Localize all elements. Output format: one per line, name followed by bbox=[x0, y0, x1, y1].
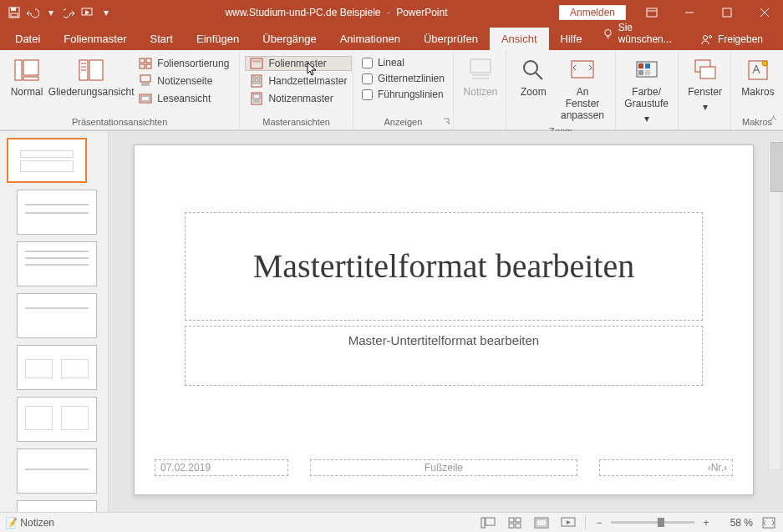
notes-page-button[interactable]: Notizenseite bbox=[134, 73, 234, 89]
slide-number-placeholder[interactable]: ‹Nr.› bbox=[599, 459, 733, 476]
window-button[interactable]: Fenster▾ bbox=[684, 53, 727, 117]
svg-rect-26 bbox=[253, 81, 256, 84]
zoom-out-button[interactable]: − bbox=[592, 517, 606, 529]
sorter-view-status-button[interactable] bbox=[505, 514, 525, 531]
reading-view-button[interactable]: Leseansicht bbox=[134, 91, 234, 106]
svg-rect-44 bbox=[509, 518, 514, 522]
collapse-ribbon-icon[interactable]: ㅅ bbox=[769, 112, 778, 124]
master-thumbnail[interactable] bbox=[7, 138, 87, 183]
tab-uebergaenge[interactable]: Übergänge bbox=[251, 28, 328, 50]
svg-rect-47 bbox=[516, 524, 521, 528]
layout-thumbnail[interactable] bbox=[17, 241, 97, 286]
tab-ansicht[interactable]: Ansicht bbox=[490, 28, 549, 50]
ruler-checkbox[interactable]: Lineal bbox=[358, 56, 448, 69]
tab-einfuegen[interactable]: Einfügen bbox=[185, 28, 251, 50]
layout-thumbnail[interactable] bbox=[17, 345, 97, 390]
save-icon[interactable] bbox=[7, 5, 22, 20]
guides-checkbox[interactable]: Führungslinien bbox=[358, 88, 448, 101]
slide-canvas[interactable]: Mastertitelformat bearbeiten Master-Unte… bbox=[134, 144, 754, 495]
fit-to-window-status-button[interactable] bbox=[760, 514, 778, 531]
share-button[interactable]: Freigeben bbox=[693, 28, 771, 50]
tab-ueberpruefen[interactable]: Überprüfen bbox=[412, 28, 490, 50]
reading-view-status-button[interactable] bbox=[531, 514, 552, 531]
ribbon-tabs: Datei Folienmaster Start Einfügen Übergä… bbox=[0, 25, 783, 50]
color-grayscale-icon bbox=[633, 57, 660, 84]
fit-to-window-button[interactable]: An Fenster anpassen bbox=[555, 53, 609, 124]
svg-rect-42 bbox=[481, 518, 485, 528]
dialog-launcher-icon[interactable] bbox=[442, 117, 450, 125]
notes-toggle[interactable]: 📝 Notizen bbox=[5, 517, 54, 529]
layout-thumbnail[interactable] bbox=[17, 448, 97, 494]
group-fenster: Fenster▾ bbox=[679, 50, 731, 129]
vertical-scrollbar[interactable] bbox=[768, 139, 781, 470]
handout-master-button[interactable]: Handzettelmaster bbox=[245, 73, 352, 89]
layout-thumbnail[interactable] bbox=[17, 397, 97, 442]
svg-rect-4 bbox=[647, 8, 657, 17]
macros-button[interactable]: Makros bbox=[736, 53, 780, 102]
zoom-button[interactable]: Zoom bbox=[511, 53, 555, 102]
zoom-knob[interactable] bbox=[658, 518, 664, 527]
outline-view-button[interactable]: Gliederungsansicht bbox=[48, 53, 134, 102]
window-icon bbox=[692, 57, 719, 84]
svg-rect-35 bbox=[645, 63, 650, 68]
undo-icon[interactable] bbox=[25, 5, 40, 20]
svg-rect-34 bbox=[638, 63, 643, 68]
qat-customize-icon[interactable]: ▾ bbox=[99, 5, 114, 20]
redo-icon[interactable] bbox=[62, 5, 77, 20]
notes-master-button[interactable]: Notizenmaster bbox=[245, 91, 352, 106]
document-title: www.Studium-und-PC.de Beispiele bbox=[225, 7, 380, 18]
tab-animationen[interactable]: Animationen bbox=[328, 28, 412, 50]
title-text: Mastertitelformat bearbeiten bbox=[253, 247, 634, 286]
svg-rect-10 bbox=[23, 60, 38, 75]
tell-me-label: Sie wünschen... bbox=[618, 22, 684, 45]
ribbon-display-options-icon[interactable] bbox=[633, 0, 670, 25]
slide-master-button[interactable]: Folienmaster bbox=[245, 56, 352, 71]
notes-pane-button: Notizen bbox=[459, 53, 502, 102]
normal-view-status-button[interactable] bbox=[478, 514, 498, 531]
svg-rect-14 bbox=[140, 58, 145, 63]
layout-thumbnail[interactable] bbox=[17, 500, 97, 512]
tab-folienmaster[interactable]: Folienmaster bbox=[52, 28, 138, 50]
tab-start[interactable]: Start bbox=[139, 28, 185, 50]
slide-thumbnails-panel bbox=[0, 131, 109, 512]
start-from-beginning-icon[interactable] bbox=[80, 5, 95, 20]
scrollbar-thumb[interactable] bbox=[770, 142, 783, 192]
svg-point-31 bbox=[524, 61, 537, 74]
svg-point-8 bbox=[709, 36, 711, 38]
window-title: www.Studium-und-PC.de Beispiele - PowerP… bbox=[114, 7, 559, 18]
fit-window-icon bbox=[569, 57, 596, 84]
color-grayscale-button[interactable]: Farbe/ Graustufe▾ bbox=[621, 53, 673, 128]
normal-view-button[interactable]: Normal bbox=[5, 53, 48, 102]
svg-point-41 bbox=[762, 61, 767, 66]
zoom-track[interactable] bbox=[611, 521, 694, 524]
slide-sorter-button[interactable]: Foliensortierung bbox=[134, 56, 234, 71]
reading-view-icon bbox=[139, 92, 152, 105]
zoom-slider[interactable]: − + bbox=[592, 517, 713, 529]
svg-rect-13 bbox=[89, 60, 103, 80]
minimize-button[interactable] bbox=[670, 0, 708, 25]
workspace: Mastertitelformat bearbeiten Master-Unte… bbox=[0, 130, 783, 512]
svg-rect-5 bbox=[723, 8, 731, 17]
undo-dropdown-icon[interactable]: ▾ bbox=[43, 5, 58, 20]
footer-placeholder[interactable]: Fußzeile bbox=[310, 459, 577, 476]
tab-hilfe[interactable]: Hilfe bbox=[549, 28, 594, 50]
thumbnails-scroll[interactable] bbox=[0, 131, 108, 512]
share-label: Freigeben bbox=[718, 33, 763, 45]
title-placeholder[interactable]: Mastertitelformat bearbeiten bbox=[185, 212, 703, 321]
subtitle-placeholder[interactable]: Master-Untertitelformat bearbeiten bbox=[185, 326, 703, 386]
svg-rect-9 bbox=[15, 60, 22, 80]
slideshow-status-button[interactable] bbox=[558, 514, 578, 531]
zoom-in-button[interactable]: + bbox=[699, 517, 713, 529]
svg-rect-49 bbox=[536, 519, 547, 526]
svg-rect-29 bbox=[253, 94, 260, 99]
layout-thumbnail[interactable] bbox=[17, 190, 97, 235]
slide-editor[interactable]: Mastertitelformat bearbeiten Master-Unte… bbox=[113, 131, 783, 512]
maximize-button[interactable] bbox=[708, 0, 745, 25]
close-button[interactable] bbox=[745, 0, 783, 25]
tab-datei[interactable]: Datei bbox=[3, 28, 52, 50]
zoom-percent[interactable]: 58 % bbox=[719, 517, 753, 529]
svg-rect-15 bbox=[146, 58, 151, 63]
gridlines-checkbox[interactable]: Gitternetzlinien bbox=[358, 72, 448, 85]
layout-thumbnail[interactable] bbox=[17, 293, 97, 338]
date-placeholder[interactable]: 07.02.2019 bbox=[155, 459, 288, 476]
